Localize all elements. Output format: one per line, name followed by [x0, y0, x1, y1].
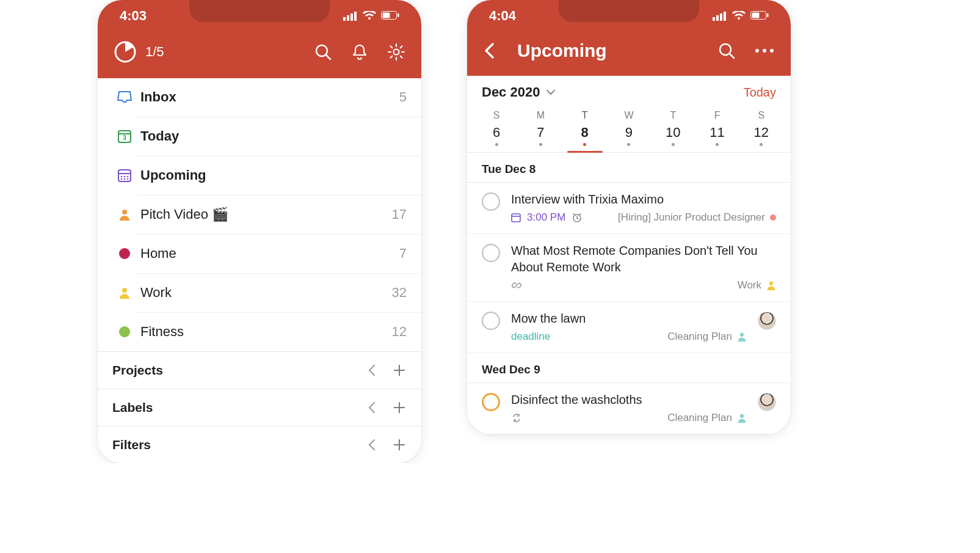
status-bar: 4:03 — [98, 0, 421, 32]
task-time: 3:00 PM — [527, 211, 565, 224]
wifi-icon — [732, 11, 746, 21]
task-meta-right: Cleaning Plan — [667, 412, 747, 424]
project-person-icon — [737, 413, 747, 423]
svg-point-16 — [121, 176, 123, 178]
month-button[interactable]: Dec 2020 — [482, 84, 556, 100]
task-row[interactable]: Disinfect the washclothsCleaning Plan — [467, 383, 791, 434]
day-column[interactable]: T 10 — [651, 108, 695, 152]
day-column[interactable]: M 7 — [518, 108, 562, 152]
task-checkbox[interactable] — [482, 192, 500, 211]
nav-upcoming[interactable]: Upcoming — [98, 156, 421, 195]
svg-point-45 — [769, 282, 773, 285]
day-column[interactable]: S 12 — [739, 108, 783, 152]
task-project: [Hiring] Junior Product Designer — [618, 211, 765, 224]
search-icon[interactable] — [314, 43, 332, 61]
task-meta-right: Work — [738, 279, 776, 291]
svg-rect-30 — [713, 17, 715, 21]
svg-point-47 — [740, 414, 744, 418]
task-checkbox[interactable] — [482, 393, 500, 411]
chevron-left-icon[interactable] — [368, 364, 376, 376]
svg-point-18 — [127, 176, 129, 178]
project-person-icon — [737, 332, 747, 342]
nav-label: Upcoming — [140, 167, 407, 183]
gear-icon[interactable] — [387, 43, 405, 61]
weekday-label: M — [537, 110, 545, 120]
productivity-ring-icon[interactable] — [114, 40, 137, 64]
project-row[interactable]: Fitness12 — [98, 313, 421, 351]
signal-icon — [713, 11, 727, 21]
header-area: 4:03 1/5 — [98, 0, 421, 78]
project-row[interactable]: Pitch Video 🎬17 — [98, 196, 421, 234]
section-row[interactable]: Projects — [98, 351, 421, 389]
nav-today[interactable]: 3 Today — [98, 117, 421, 156]
project-person-icon — [112, 208, 137, 221]
day-column[interactable]: T 8 — [563, 108, 607, 152]
header-area: 4:04 Upcoming — [467, 0, 791, 76]
add-icon[interactable] — [392, 438, 407, 452]
task-title: Disinfect the washcloths — [511, 392, 747, 408]
project-row[interactable]: Work32 — [98, 274, 421, 312]
back-icon[interactable] — [483, 42, 496, 59]
task-checkbox[interactable] — [482, 244, 500, 262]
chevron-left-icon[interactable] — [368, 401, 376, 414]
svg-rect-0 — [343, 17, 346, 21]
date-heading: Tue Dec 8 — [467, 153, 791, 182]
bell-icon[interactable] — [350, 43, 369, 61]
add-icon[interactable] — [392, 400, 407, 415]
svg-point-20 — [124, 178, 126, 180]
svg-line-9 — [326, 55, 330, 59]
month-selector: Dec 2020 Today — [467, 76, 791, 104]
app-header: 1/5 — [98, 32, 421, 78]
task-checkbox[interactable] — [482, 312, 500, 330]
svg-point-17 — [124, 176, 126, 178]
day-column[interactable]: F 11 — [695, 108, 739, 152]
day-dot-icon — [672, 143, 675, 146]
day-column[interactable]: S 6 — [474, 108, 518, 152]
task-meta-right: [Hiring] Junior Product Designer — [618, 211, 776, 224]
task-project: Cleaning Plan — [667, 412, 732, 424]
assignee-avatar — [758, 312, 776, 330]
project-dot-icon — [112, 248, 137, 259]
svg-rect-5 — [383, 13, 390, 18]
day-dot-icon — [627, 143, 630, 146]
phone-right: 4:04 Upcoming — [467, 0, 791, 434]
chevron-left-icon[interactable] — [368, 439, 376, 451]
status-icons — [343, 11, 399, 21]
task-row[interactable]: Interview with Trixia Maximo3:00 PM[Hiri… — [467, 183, 791, 234]
svg-line-38 — [730, 54, 734, 58]
svg-point-10 — [394, 49, 399, 55]
task-meta-left — [511, 412, 522, 423]
svg-rect-2 — [350, 13, 353, 21]
task-row[interactable]: What Most Remote Companies Don't Tell Yo… — [467, 234, 791, 302]
add-icon[interactable] — [392, 363, 407, 378]
task-body: Interview with Trixia Maximo3:00 PM[Hiri… — [511, 191, 776, 224]
nav-inbox[interactable]: Inbox 5 — [98, 78, 421, 117]
search-icon[interactable] — [717, 42, 736, 60]
section-row[interactable]: Labels — [98, 389, 421, 426]
project-row[interactable]: Home7 — [98, 235, 421, 273]
day-dot-icon — [583, 143, 586, 146]
weekday-label: F — [714, 110, 720, 120]
project-label: Fitness — [140, 324, 392, 340]
task-meta-right: Cleaning Plan — [667, 331, 747, 343]
status-time: 4:03 — [120, 8, 147, 24]
more-icon[interactable] — [754, 48, 775, 54]
section-row[interactable]: Filters — [98, 426, 421, 463]
today-button[interactable]: Today — [744, 86, 776, 100]
task-body: What Most Remote Companies Don't Tell Yo… — [511, 243, 776, 291]
project-person-icon — [112, 287, 137, 299]
svg-rect-42 — [512, 214, 520, 222]
weekday-label: T — [582, 110, 588, 120]
battery-icon — [750, 11, 769, 21]
notch — [189, 0, 330, 22]
task-title: Mow the lawn — [511, 310, 747, 327]
task-tag: deadline — [511, 331, 550, 343]
nav-count: 5 — [399, 89, 407, 105]
project-count: 17 — [392, 207, 407, 222]
task-counter: 1/5 — [145, 44, 164, 60]
day-column[interactable]: W 9 — [607, 108, 651, 152]
task-title: Interview with Trixia Maximo — [511, 191, 776, 208]
day-dot-icon — [495, 143, 498, 146]
svg-point-39 — [755, 49, 759, 53]
task-row[interactable]: Mow the lawndeadlineCleaning Plan — [467, 302, 791, 353]
